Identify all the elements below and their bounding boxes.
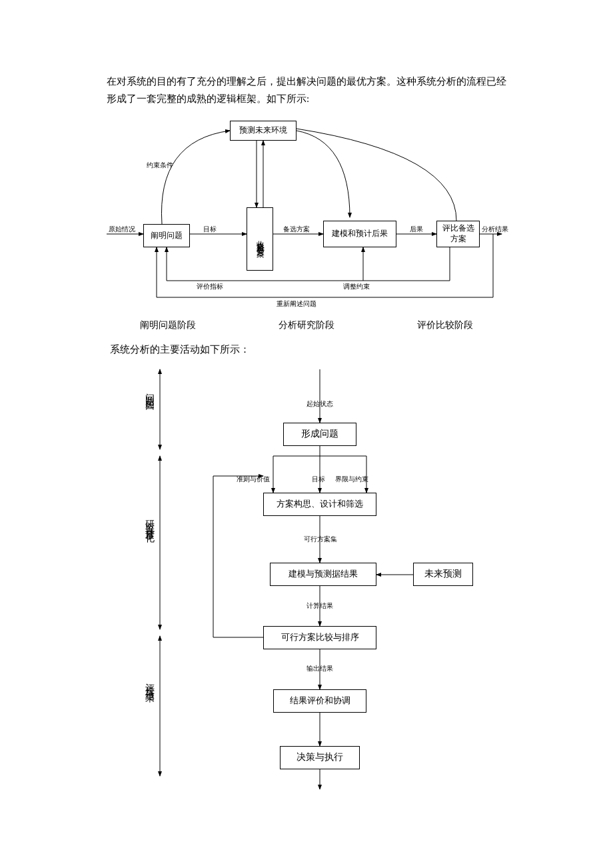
section-2-label: 研究设计量化	[143, 513, 155, 529]
label-constraint: 约束条件	[147, 161, 173, 170]
diagram-1-svg	[103, 114, 503, 314]
label-output: 分析结果	[482, 225, 508, 234]
label-goal: 目标	[203, 225, 217, 234]
diagram-1: 预测未来环境 阐明问题 收集资料提方案 建模和预计后果 评比备选方案 约束条件 …	[103, 114, 503, 314]
box-design-filter: 方案构思、设计和筛选	[263, 493, 376, 516]
sub-intro-text: 系统分析的主要活动如下所示：	[110, 343, 506, 356]
label-output-result: 输出结果	[306, 664, 333, 673]
phase-1: 阐明问题阶段	[140, 319, 196, 331]
box-model-forecast: 建模与预测据结果	[270, 563, 376, 586]
box-form-problem: 形成问题	[283, 423, 356, 446]
label-restate: 重新阐述问题	[277, 299, 316, 309]
label-calc-result: 计算结果	[306, 601, 333, 611]
box-predict-env: 预测未来环境	[230, 121, 297, 141]
box-clarify-problem: 阐明问题	[143, 224, 190, 247]
box-compare-rank: 可行方案比较与排序	[263, 626, 376, 649]
label-result: 后果	[410, 225, 423, 234]
label-target: 目标	[312, 475, 325, 484]
label-alternative: 备选方案	[283, 225, 310, 234]
phase-2: 分析研究阶段	[279, 319, 334, 331]
label-bounds: 界限与约束	[335, 475, 368, 484]
label-metric: 评价指标	[197, 282, 223, 291]
label-original: 原始情况	[109, 225, 135, 234]
label-feasible-set: 可行方案集	[304, 535, 337, 544]
intro-paragraph: 在对系统的目的有了充分的理解之后，提出解决问题的最优方案。这种系统分析的流程已经…	[107, 73, 506, 107]
section-1-label: 问题起因	[143, 386, 155, 397]
section-3-label: 评价与结果	[143, 676, 155, 689]
box-model-predict: 建模和预计后果	[323, 221, 396, 247]
label-start-state: 起始状态	[306, 399, 333, 409]
diagram-2: 问题起因 研究设计量化 评价与结果 起始状态 形成问题 准则与价值 目标 界限与…	[133, 363, 506, 789]
label-adjust: 调整约束	[343, 282, 370, 291]
label-criteria: 准则与价值	[237, 475, 270, 484]
box-collect-propose: 收集资料提方案	[247, 207, 273, 271]
phase-labels: 阐明问题阶段 分析研究阶段 评价比较阶段	[140, 319, 473, 331]
box-compare-alt: 评比备选方案	[436, 221, 480, 247]
box-evaluate-coord: 结果评价和协调	[273, 689, 366, 713]
box-future-forecast: 未来预测	[413, 563, 473, 586]
phase-3: 评价比较阶段	[417, 319, 473, 331]
box-decide-execute: 决策与执行	[280, 746, 360, 769]
